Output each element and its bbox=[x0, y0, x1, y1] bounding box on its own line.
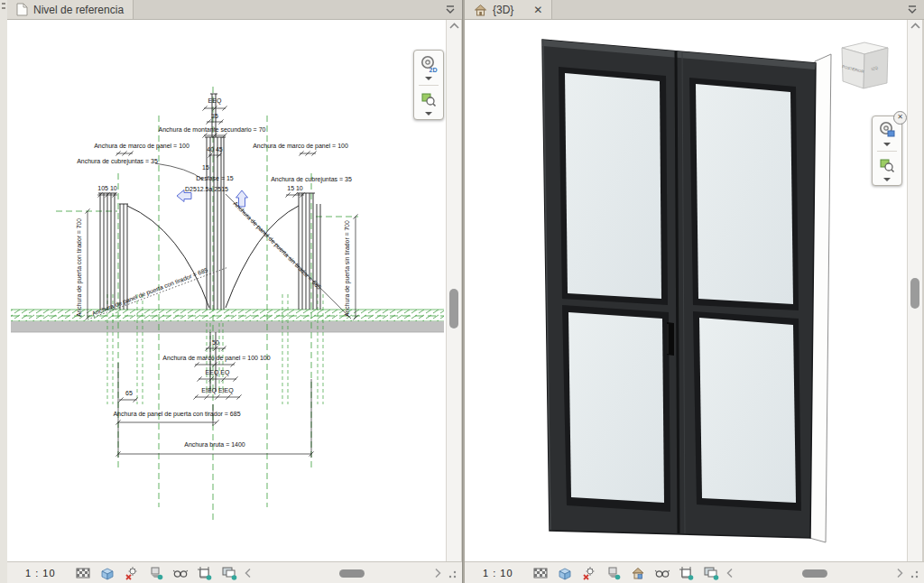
steering-wheel-dropdown[interactable] bbox=[425, 77, 432, 80]
zoom-region-icon bbox=[879, 157, 896, 174]
double-door-3d[interactable] bbox=[542, 40, 816, 538]
scale-button[interactable]: 1 : 10 bbox=[25, 568, 56, 578]
dim-label: Anchura de marco de panel = 100 100 bbox=[162, 355, 270, 362]
temporary-hide-isolate-button[interactable] bbox=[651, 564, 674, 582]
scroll-left-button[interactable] bbox=[243, 564, 254, 582]
zoom-button[interactable] bbox=[876, 155, 898, 175]
shadows-button[interactable] bbox=[603, 564, 625, 582]
zoom-button[interactable] bbox=[418, 89, 439, 109]
dim-label: Desfase = 15 bbox=[196, 175, 234, 181]
resize-grip-icon[interactable] bbox=[447, 566, 459, 580]
detail-level-icon bbox=[75, 566, 91, 580]
scroll-right-button[interactable] bbox=[894, 564, 905, 582]
view-tab-list-icon[interactable] bbox=[905, 4, 919, 16]
steering-wheel-dropdown[interactable] bbox=[883, 143, 891, 146]
door-frame-lines bbox=[98, 94, 320, 392]
sun-path-button[interactable] bbox=[578, 564, 601, 582]
scroll-up-icon[interactable] bbox=[448, 22, 460, 31]
shadows-button[interactable] bbox=[145, 564, 168, 582]
crop-region-button[interactable] bbox=[700, 564, 723, 582]
shadows-off-icon bbox=[148, 566, 164, 580]
sun-path-off-icon bbox=[581, 566, 597, 580]
sun-path-off-icon bbox=[124, 566, 140, 580]
crop-region-button[interactable] bbox=[218, 564, 241, 582]
home-icon bbox=[474, 4, 487, 16]
crop-view-button[interactable] bbox=[194, 564, 217, 582]
right-tab-strip: {3D} ✕ bbox=[465, 0, 924, 20]
default-3d-view-button[interactable] bbox=[627, 564, 650, 582]
navigation-bar: ✕ bbox=[872, 116, 902, 186]
visual-style-cube-icon bbox=[99, 566, 116, 580]
sun-path-button[interactable] bbox=[121, 564, 143, 582]
three-d-drawing-area[interactable]: POSTERIOR IZQ. ✕ bbox=[465, 20, 907, 561]
panel-edge-grip bbox=[2, 7, 5, 9]
document-icon bbox=[16, 3, 28, 16]
detail-level-button[interactable] bbox=[530, 564, 552, 582]
temporary-hide-isolate-button[interactable] bbox=[170, 564, 192, 582]
resize-grip-icon[interactable] bbox=[909, 566, 921, 580]
dim-label-diagonal: Anchura de panel de puerta sin tirador =… bbox=[232, 200, 323, 292]
navbar-close-icon[interactable]: ✕ bbox=[893, 111, 907, 125]
navbar-separator bbox=[877, 151, 897, 152]
glass-pane-upper-right bbox=[696, 84, 793, 304]
three-d-view-svg: POSTERIOR IZQ. bbox=[465, 20, 907, 561]
left-tab-strip: Nivel de referencia bbox=[7, 0, 462, 20]
dim-label-vertical: Anchura de puerta sin tirador = 700 bbox=[344, 220, 351, 317]
shadows-off-icon bbox=[605, 566, 622, 580]
dim-label: 105 10 bbox=[97, 185, 117, 191]
detail-level-icon bbox=[532, 566, 549, 580]
horizontal-scrollbar[interactable] bbox=[739, 564, 891, 582]
dim-label: 50 bbox=[212, 339, 219, 346]
vertical-scrollbar[interactable] bbox=[446, 20, 461, 561]
visual-style-button[interactable] bbox=[97, 564, 119, 582]
tab-label: {3D} bbox=[493, 4, 513, 16]
view-cube[interactable]: POSTERIOR IZQ. bbox=[842, 42, 888, 88]
visual-style-button[interactable] bbox=[554, 564, 577, 582]
crop-view-button[interactable] bbox=[676, 564, 698, 582]
tab-3d[interactable]: {3D} ✕ bbox=[465, 0, 552, 19]
crop-region-icon bbox=[703, 566, 719, 580]
dim-label: D2512.5a 2515 bbox=[185, 186, 228, 192]
steering-wheel-button[interactable] bbox=[876, 120, 898, 140]
scale-button[interactable]: 1 : 10 bbox=[483, 568, 513, 578]
view-control-bar: 1 : 10 bbox=[465, 561, 924, 583]
vertical-scrollbar[interactable] bbox=[907, 20, 922, 561]
dim-label: Anchura de cubrejuntas = 35 bbox=[271, 176, 352, 183]
dim-label: 35 bbox=[211, 113, 218, 119]
dim-label: Anchura de cubrejuntas = 35 bbox=[77, 158, 158, 165]
tab-label: Nivel de referencia bbox=[33, 4, 124, 16]
horizontal-scrollbar-thumb[interactable] bbox=[339, 569, 365, 578]
scrollbar-thumb[interactable] bbox=[910, 278, 919, 309]
dim-label-vertical: Anchura de puerta con tirador = 700 bbox=[76, 218, 83, 317]
scroll-left-button[interactable] bbox=[725, 564, 735, 582]
zoom-dropdown[interactable] bbox=[425, 112, 432, 116]
zoom-dropdown[interactable] bbox=[883, 178, 891, 181]
scroll-right-button[interactable] bbox=[432, 564, 443, 582]
horizontal-scrollbar-thumb[interactable] bbox=[802, 569, 827, 578]
navigation-bar: 2D bbox=[413, 50, 444, 120]
horizontal-scrollbar[interactable] bbox=[257, 564, 429, 582]
tab-nivel-de-referencia[interactable]: Nivel de referencia bbox=[7, 0, 134, 19]
scrollbar-thumb[interactable] bbox=[449, 289, 458, 329]
tab-close-icon[interactable]: ✕ bbox=[533, 5, 542, 15]
detail-level-button[interactable] bbox=[72, 564, 95, 582]
visual-style-cube-icon bbox=[557, 566, 573, 580]
revit-view-windows: Nivel de referencia bbox=[0, 0, 924, 583]
dim-label: Anchura de marco de panel = 100 bbox=[94, 143, 189, 150]
dim-label: 15 10 bbox=[287, 185, 303, 191]
home-3d-icon bbox=[630, 566, 646, 580]
glass-pane-upper-left bbox=[565, 73, 661, 299]
steering-wheel-icon: 2D bbox=[420, 55, 438, 73]
crop-view-icon bbox=[679, 566, 695, 580]
dim-label: EEQ bbox=[208, 97, 222, 105]
steering-wheel-icon bbox=[878, 121, 896, 139]
plan-drawing-area[interactable]: EEQ 35 Anchura de montante secundario = … bbox=[7, 20, 446, 561]
view-control-bar: 1 : 10 bbox=[7, 561, 462, 583]
scroll-up-icon[interactable] bbox=[910, 22, 921, 31]
view-tab-list-icon[interactable] bbox=[443, 4, 457, 16]
dim-label: 65 bbox=[125, 390, 133, 396]
steering-wheel-2d-button[interactable]: 2D bbox=[418, 54, 439, 74]
glasses-icon bbox=[654, 566, 670, 580]
zoom-region-icon bbox=[420, 91, 438, 108]
plan-view-svg: EEQ 35 Anchura de montante secundario = … bbox=[7, 20, 446, 561]
